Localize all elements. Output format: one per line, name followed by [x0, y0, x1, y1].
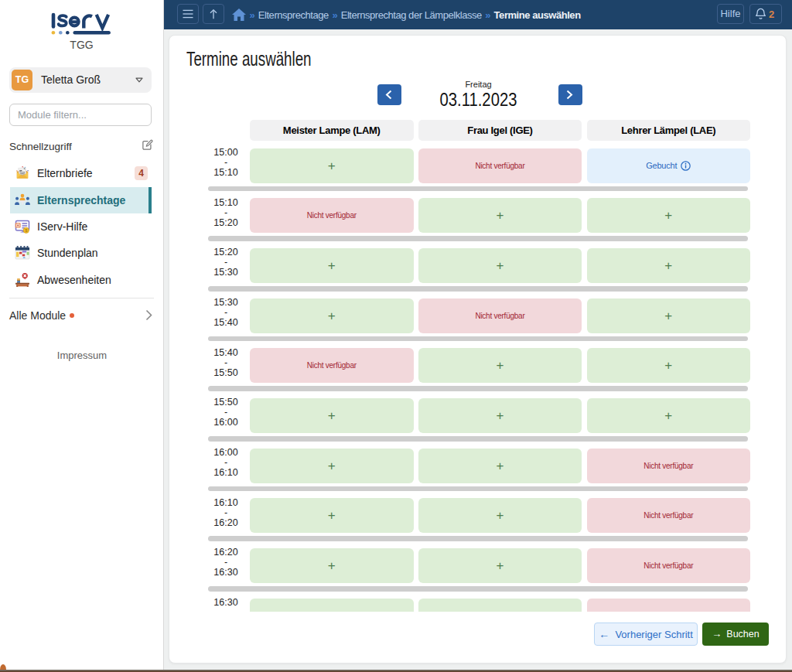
svg-text:$: $	[25, 227, 27, 232]
